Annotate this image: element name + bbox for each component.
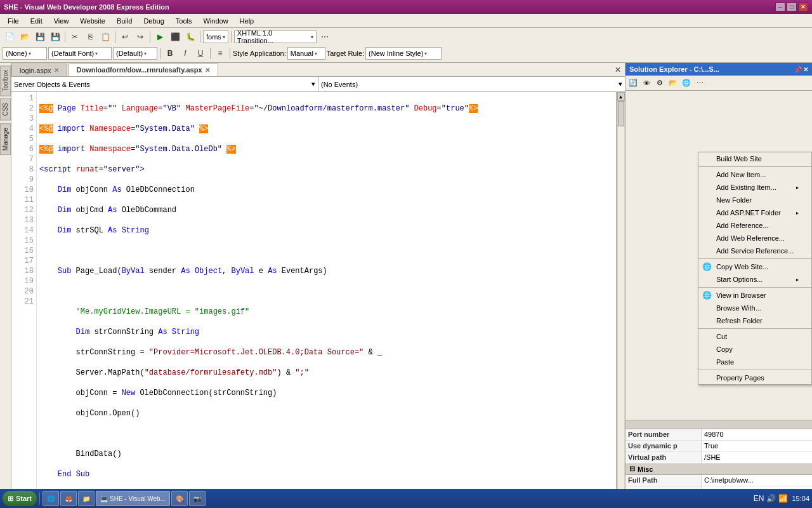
copy-btn[interactable]: ⎘	[83, 30, 97, 43]
ctx-browse-with[interactable]: Browse With...	[698, 302, 811, 314]
sys-tray: EN 🔊 📶	[754, 494, 789, 503]
font-dropdown[interactable]: (Default Font) ▾	[48, 47, 112, 60]
ctx-build-website[interactable]: Build Web Site	[698, 152, 811, 165]
prop-scroll-area	[625, 420, 812, 429]
style-app-dropdown[interactable]: Manual ▾	[287, 47, 325, 60]
target-arrow: ▾	[424, 51, 427, 57]
tab-login-close[interactable]: ✕	[54, 67, 59, 74]
schema-dropdown[interactable]: XHTML 1.0 Transition... ▾	[234, 30, 317, 43]
ctx-paste[interactable]: Paste	[698, 356, 811, 368]
sol-header-close[interactable]: ✕	[803, 66, 808, 73]
object-dropdown[interactable]: (None) ▾	[3, 47, 47, 60]
redo-btn[interactable]: ↪	[133, 30, 147, 43]
undo-btn[interactable]: ↩	[118, 30, 132, 43]
debug-btn[interactable]: 🐛	[183, 30, 197, 43]
target-rule-dropdown[interactable]: (New Inline Style) ▾	[365, 47, 442, 60]
menu-file[interactable]: File	[3, 16, 24, 26]
solution-explorer-header: Solution Explorer - C:\...S... 📌 ✕	[625, 63, 812, 76]
start-button[interactable]: ⊞ Start	[3, 491, 37, 506]
menu-debug[interactable]: Debug	[138, 16, 169, 26]
menu-window[interactable]: Window	[198, 16, 233, 26]
ctx-add-new-item[interactable]: Add New Item...	[698, 168, 811, 181]
menu-build[interactable]: Build	[112, 16, 137, 26]
sep1	[65, 31, 65, 43]
menu-tools[interactable]: Tools	[171, 16, 197, 26]
bold-btn[interactable]: B	[163, 47, 177, 60]
prop-misc-collapse[interactable]: ⊟	[629, 465, 635, 473]
ctx-new-folder[interactable]: New Folder	[698, 194, 811, 206]
sol-open-folder-btn[interactable]: 📂	[667, 77, 679, 89]
save-btn[interactable]: 💾	[33, 30, 47, 43]
ctx-add-service-reference[interactable]: Add Service Reference...	[698, 244, 811, 257]
ctx-start-options[interactable]: Start Options... ▸	[698, 273, 811, 286]
taskbar-other[interactable]: 📷	[189, 491, 206, 506]
sol-properties-btn[interactable]: ⚙	[653, 77, 666, 89]
maximize-button[interactable]: □	[787, 3, 797, 11]
ctx-property-pages[interactable]: Property Pages	[698, 371, 811, 384]
copy-web-icon: 🌐	[702, 262, 712, 271]
ctx-sep3	[698, 287, 811, 288]
sol-show-all-btn[interactable]: 👁	[640, 77, 653, 89]
tab-downloadform-close[interactable]: ✕	[205, 67, 210, 74]
prop-fullpath-value: C:\inetpub\ww...	[702, 475, 812, 486]
ctx-add-web-reference[interactable]: Add Web Reference...	[698, 232, 811, 244]
new-btn[interactable]: 📄	[3, 30, 16, 43]
ctx-refresh-folder[interactable]: Refresh Folder	[698, 314, 811, 327]
code-content[interactable]: <%@ Page Title="" Language="VB" MasterPa…	[37, 92, 616, 508]
tab-login[interactable]: login.aspx ✕	[11, 64, 67, 76]
taskbar-vs2008[interactable]: 💻 SHE - Visual Web...	[96, 491, 170, 506]
taskbar-folder[interactable]: 📁	[78, 491, 95, 506]
ctx-add-reference[interactable]: Add Reference...	[698, 219, 811, 232]
ctx-copy-website[interactable]: 🌐 Copy Web Site...	[698, 260, 811, 273]
sol-view-browser-btn[interactable]: 🌐	[680, 77, 693, 89]
open-btn[interactable]: 📂	[18, 30, 32, 43]
ctx-add-aspnet-folder[interactable]: Add ASP.NET Folder ▸	[698, 206, 811, 219]
ctx-copy[interactable]: Copy	[698, 343, 811, 356]
sidebar-tab-manage[interactable]: Manage	[0, 123, 11, 155]
ctx-add-existing-item[interactable]: Add Existing Item... ▸	[698, 181, 811, 194]
stop-btn[interactable]: ⬛	[168, 30, 182, 43]
tab-close-panel-btn[interactable]: ✕	[611, 64, 625, 76]
taskbar-ie[interactable]: 🌐	[43, 491, 59, 506]
tray-lang[interactable]: EN	[754, 494, 764, 503]
schema-more-btn[interactable]: ⋯	[318, 30, 332, 43]
align-btn[interactable]: ≡	[213, 47, 227, 60]
object-select[interactable]: Server Objects & Events ▾	[11, 77, 318, 91]
save-all-btn[interactable]: 💾	[48, 30, 62, 43]
ctx-view-in-browser[interactable]: 🌐 View in Browser	[698, 289, 811, 302]
taskbar-paint[interactable]: 🎨	[171, 491, 188, 506]
event-select[interactable]: (No Events) ▾	[318, 77, 625, 91]
underline-btn[interactable]: U	[193, 47, 207, 60]
taskbar-firefox[interactable]: 🦊	[60, 491, 77, 506]
menu-website[interactable]: Website	[75, 16, 110, 26]
sidebar-tab-css[interactable]: CSS	[0, 98, 11, 121]
vscroll-up[interactable]: ▲	[617, 92, 625, 101]
toolbar-row-1: 📄 📂 💾 💾 ✂ ⎘ 📋 ↩ ↪ ▶ ⬛ 🐛 foms ▾ XHTML 1.0…	[3, 29, 809, 44]
cut-btn[interactable]: ✂	[68, 30, 82, 43]
menu-edit[interactable]: Edit	[25, 16, 48, 26]
forms-dropdown[interactable]: foms ▾	[203, 30, 228, 43]
sol-more-btn[interactable]: ⋯	[693, 77, 706, 89]
left-sidebar: Toolbox CSS Manage	[0, 63, 11, 508]
paste-btn[interactable]: 📋	[98, 30, 112, 43]
minimize-button[interactable]: ─	[775, 3, 785, 11]
menu-view[interactable]: View	[49, 16, 74, 26]
obj-arrow: ▾	[29, 51, 31, 57]
size-dropdown[interactable]: (Default) ▾	[113, 47, 157, 60]
close-button[interactable]: ✕	[798, 3, 808, 11]
ctx-cut[interactable]: Cut	[698, 330, 811, 343]
menu-help[interactable]: Help	[235, 16, 259, 26]
editor-vscroll[interactable]: ▲ ▼	[616, 92, 625, 508]
tray-network[interactable]: 📶	[778, 494, 788, 503]
sol-refresh-btn[interactable]: 🔄	[627, 77, 639, 89]
sol-header-pin[interactable]: 📌	[794, 66, 802, 73]
run-btn[interactable]: ▶	[153, 30, 167, 43]
italic-btn[interactable]: I	[178, 47, 192, 60]
sidebar-tab-toolbox[interactable]: Toolbox	[0, 65, 11, 96]
vscroll-thumb[interactable]	[618, 101, 624, 126]
vscroll-track[interactable]	[618, 101, 624, 508]
toolbar-area: 📄 📂 💾 💾 ✂ ⎘ 📋 ↩ ↪ ▶ ⬛ 🐛 foms ▾ XHTML 1.0…	[0, 28, 812, 63]
code-editor[interactable]: 12345 678910 1112131415 1617181920 21 <%…	[11, 92, 616, 508]
tab-downloadform[interactable]: Downloadform/dow...rmrulesafty.aspx ✕	[69, 64, 218, 76]
tray-volume[interactable]: 🔊	[766, 494, 776, 503]
